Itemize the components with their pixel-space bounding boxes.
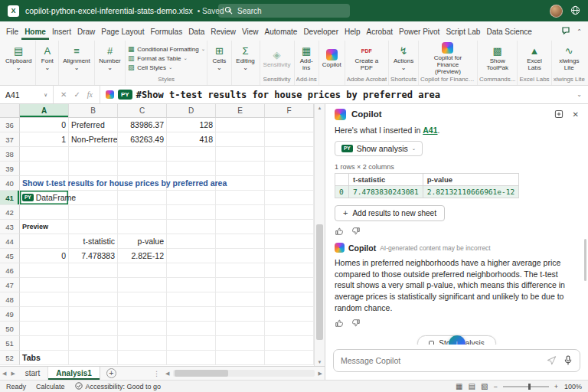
- cell-A45[interactable]: 0: [20, 249, 69, 263]
- ribbon-button-cell-styles[interactable]: ▨Cell Styles⌄: [127, 64, 205, 71]
- cell-C44[interactable]: p-value: [118, 234, 167, 249]
- thumbs-up-icon[interactable]: [335, 227, 344, 236]
- vertical-scrollbar[interactable]: ▲ ▼: [314, 104, 325, 366]
- row-header-37[interactable]: 37: [0, 132, 20, 147]
- cell-F44[interactable]: [265, 234, 314, 249]
- scroll-up-icon[interactable]: ▲: [315, 104, 325, 112]
- cell-D36[interactable]: 128: [167, 118, 216, 132]
- cell-C38[interactable]: [118, 147, 167, 162]
- cell-B49[interactable]: [69, 307, 118, 322]
- calculate-status[interactable]: Calculate: [36, 383, 65, 390]
- tab-splitter[interactable]: ⋮: [150, 367, 163, 380]
- row-header-43[interactable]: 43: [0, 220, 20, 234]
- cell-C52[interactable]: [118, 351, 167, 365]
- mic-icon[interactable]: [564, 355, 573, 367]
- cell-D49[interactable]: [167, 307, 216, 322]
- row-header-41[interactable]: 41: [0, 191, 20, 205]
- cell-E36[interactable]: [216, 118, 265, 132]
- horizontal-scroll-thumb[interactable]: [175, 370, 228, 377]
- thumbs-down-icon[interactable]: [351, 318, 361, 328]
- cell-A52[interactable]: Tabs: [20, 351, 69, 365]
- ribbon-button-xlwings-lite[interactable]: ∿xlwings Lite: [554, 44, 585, 73]
- cell-C45[interactable]: 2.82E-12: [118, 249, 167, 263]
- ribbon-button-create-a-pdf[interactable]: PDFCreate a PDF: [347, 44, 387, 73]
- row-header-47[interactable]: 47: [0, 278, 20, 292]
- cell-D48[interactable]: [167, 292, 216, 307]
- cell-E46[interactable]: [216, 263, 265, 278]
- cell-D52[interactable]: [167, 351, 216, 365]
- menu-tab-insert[interactable]: Insert: [49, 24, 74, 40]
- cell-F43[interactable]: [265, 220, 314, 234]
- cell-F49[interactable]: [265, 307, 314, 322]
- ribbon-button-conditional-formatting[interactable]: ▦Conditional Formatting⌄: [127, 45, 205, 53]
- cell-A51[interactable]: [20, 336, 69, 351]
- cell-E50[interactable]: [216, 322, 265, 336]
- row-header-42[interactable]: 42: [0, 205, 20, 220]
- column-header-d[interactable]: D: [167, 104, 216, 117]
- cell-F40[interactable]: [265, 176, 314, 191]
- add-results-button[interactable]: + Add results to new sheet: [335, 205, 445, 221]
- cell-D47[interactable]: [167, 278, 216, 292]
- menu-tab-automate[interactable]: Automate: [262, 24, 301, 40]
- cell-F50[interactable]: [265, 322, 314, 336]
- cell-B37[interactable]: Non-Preferred: [69, 132, 118, 147]
- open-in-window-icon[interactable]: [554, 109, 564, 119]
- expand-formula-bar-icon[interactable]: ⌄: [577, 91, 588, 98]
- cell-F42[interactable]: [265, 205, 314, 220]
- cell-E38[interactable]: [216, 147, 265, 162]
- cell-F52[interactable]: [265, 351, 314, 365]
- hscroll-left-icon[interactable]: ◀: [163, 367, 172, 380]
- cell-B45[interactable]: 7.478383: [69, 249, 118, 263]
- cell-B36[interactable]: Preferred: [69, 118, 118, 132]
- new-sheet-button[interactable]: +: [106, 368, 116, 378]
- cell-D42[interactable]: [167, 205, 216, 220]
- cell-F39[interactable]: [265, 162, 314, 176]
- cell-C48[interactable]: [118, 292, 167, 307]
- cell-A48[interactable]: [20, 292, 69, 307]
- cell-A44[interactable]: [20, 234, 69, 249]
- close-pane-icon[interactable]: ✕: [573, 110, 579, 119]
- cell-E42[interactable]: [216, 205, 265, 220]
- cell-A37[interactable]: 1: [20, 132, 69, 147]
- normal-view-icon[interactable]: ▦: [456, 382, 462, 390]
- formula-text[interactable]: #Show t-test results for house prices by…: [136, 90, 440, 100]
- row-header-51[interactable]: 51: [0, 336, 20, 351]
- ribbon-button-cells[interactable]: ⊞Cells ⌄: [209, 44, 229, 73]
- globe-icon[interactable]: [570, 5, 580, 17]
- cell-E51[interactable]: [216, 336, 265, 351]
- cell-A43[interactable]: Preview: [20, 220, 69, 234]
- menu-tab-data-science[interactable]: Data Science: [483, 24, 534, 40]
- row-header-46[interactable]: 46: [0, 263, 20, 278]
- cell-B42[interactable]: [69, 205, 118, 220]
- ribbon-button-excel-labs[interactable]: ▲Excel Labs: [519, 44, 549, 73]
- thumbs-down-icon[interactable]: [351, 227, 361, 236]
- row-header-40[interactable]: 40: [0, 176, 20, 191]
- cell-F36[interactable]: [265, 118, 314, 132]
- page-layout-view-icon[interactable]: ▤: [469, 382, 475, 390]
- row-header-45[interactable]: 45: [0, 249, 20, 263]
- ribbon-button-copilot[interactable]: Copilot: [321, 47, 343, 70]
- vertical-scroll-thumb[interactable]: [316, 224, 323, 339]
- row-header-44[interactable]: 44: [0, 234, 20, 249]
- cell-D45[interactable]: [167, 249, 216, 263]
- cell-B50[interactable]: [69, 322, 118, 336]
- column-header-e[interactable]: E: [216, 104, 265, 117]
- name-box-chevron-icon[interactable]: ∨: [44, 92, 47, 98]
- menu-tab-draw[interactable]: Draw: [74, 24, 98, 40]
- cell-B38[interactable]: [69, 147, 118, 162]
- ribbon-button-font[interactable]: AFont ⌄: [38, 44, 57, 73]
- cell-F38[interactable]: [265, 147, 314, 162]
- cell-F41[interactable]: [265, 191, 314, 205]
- horizontal-scrollbar[interactable]: [173, 370, 314, 377]
- cell-A46[interactable]: [20, 263, 69, 278]
- column-header-b[interactable]: B: [69, 104, 118, 117]
- cell-C36[interactable]: 83986.37: [118, 118, 167, 132]
- cancel-icon[interactable]: ✕: [60, 90, 67, 99]
- ribbon-button-alignment[interactable]: ≡Alignment ⌄: [60, 44, 93, 73]
- zoom-out-icon[interactable]: −: [493, 383, 497, 390]
- column-header-c[interactable]: C: [118, 104, 167, 117]
- cell-E52[interactable]: [216, 351, 265, 365]
- cell-B51[interactable]: [69, 336, 118, 351]
- ribbon-button-number[interactable]: #Number ⌄: [96, 44, 123, 73]
- ribbon-button-add-ins[interactable]: ▦Add-ins: [296, 44, 317, 73]
